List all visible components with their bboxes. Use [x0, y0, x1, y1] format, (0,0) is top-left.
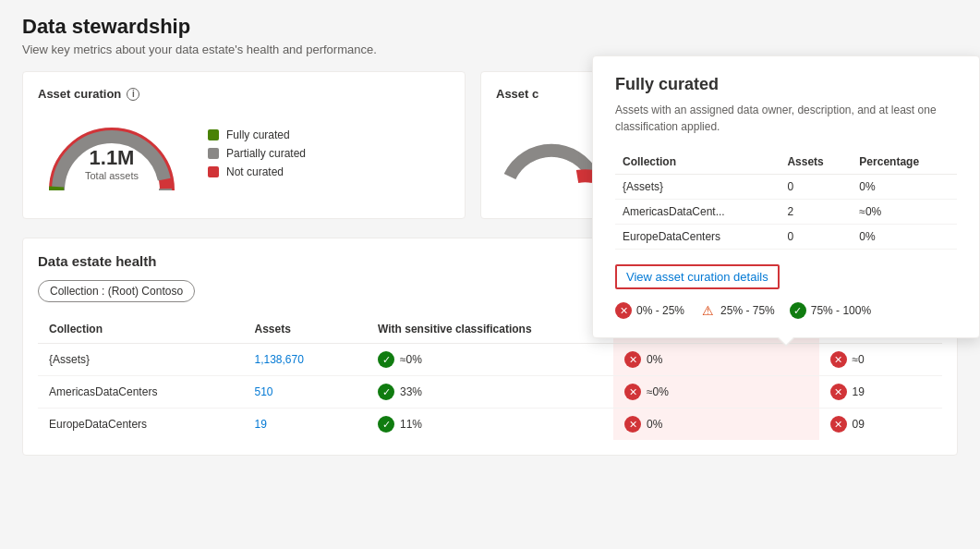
tooltip-row3-assets: 0 [780, 225, 852, 250]
row1-sens-icon: ✓ [378, 351, 394, 368]
tooltip-th-collection: Collection [615, 150, 780, 175]
row2-assets-link[interactable]: 510 [255, 385, 273, 398]
row3-curated-cell: ✕ 0% [624, 416, 808, 433]
gauge-value: 1.1M [85, 146, 139, 170]
row3-collection: EuropeDataCenters [38, 409, 244, 441]
row2-sens-icon: ✓ [378, 384, 394, 400]
tooltip-row1-pct: 0% [852, 175, 957, 200]
tooltip-th-assets: Assets [780, 150, 852, 175]
legend-dot-not [208, 166, 219, 177]
legend-dot-partially [208, 148, 219, 159]
health-table-body: {Assets} 1,138,670 ✓ ≈0% ✕ 0% [38, 344, 942, 441]
row1-owner: ✕ ≈0 [819, 344, 943, 376]
row1-assets: 1,138,670 [244, 344, 368, 376]
row3-owner-icon: ✕ [830, 416, 847, 433]
tooltip-th-percentage: Percentage [852, 150, 957, 175]
row3-assets: 19 [244, 409, 368, 441]
row3-curated-val: 0% [647, 418, 662, 431]
th-assets: Assets [244, 315, 368, 344]
legend-item-not: Not curated [208, 165, 306, 178]
row2-owner: ✕ 19 [819, 376, 943, 409]
tooltip-row2-assets: 2 [780, 200, 852, 225]
asset-curation-card: Asset curation i 1.1 [22, 71, 466, 219]
row1-sens-val: ≈0% [400, 353, 422, 366]
gauge-container: 1.1M Total assets Fully curated Partiall… [38, 112, 450, 195]
asset-curation-title: Asset curation [38, 87, 121, 101]
legend-label-partially: Partially curated [226, 147, 306, 160]
row2-collection: AmericasDataCenters [38, 376, 244, 409]
gauge-wrapper: 1.1M Total assets [38, 112, 186, 195]
row3-curated-icon: ✕ [624, 416, 641, 433]
warning-triangle-icon: ⚠ [699, 302, 716, 319]
tooltip-title: Fully curated [615, 75, 957, 94]
tooltip-header-row: Collection Assets Percentage [615, 150, 957, 175]
row2-sens-val: 33% [400, 385, 422, 398]
tooltip-row3-pct: 0% [852, 225, 957, 250]
table-row: EuropeDataCenters 19 ✓ 11% ✕ 0% [38, 409, 942, 441]
legend-dot-fully [208, 129, 219, 140]
legend-green-label: 75% - 100% [811, 304, 871, 317]
table-row: {Assets} 1,138,670 ✓ ≈0% ✕ 0% [38, 344, 942, 376]
legend-label-not: Not curated [226, 165, 284, 178]
legend-warning-label: 25% - 75% [720, 304, 775, 317]
page-subtitle: View key metrics about your data estate'… [22, 43, 958, 56]
row2-sensitive-cell: ✓ 33% [378, 384, 602, 400]
legend-red-label: 0% - 25% [636, 304, 684, 317]
legend-range-green: ✓ 75% - 100% [790, 302, 871, 319]
row1-curated-val: 0% [647, 353, 662, 366]
row3-sens-icon: ✓ [378, 416, 394, 433]
legend-red-icon: ✕ [615, 302, 632, 319]
row3-assets-link[interactable]: 19 [255, 418, 267, 431]
tooltip-row3-collection: EuropeDataCenters [615, 225, 780, 250]
legend-green-icon: ✓ [790, 302, 806, 319]
row3-curated: ✕ 0% [613, 409, 819, 441]
row2-sensitive: ✓ 33% [367, 376, 613, 409]
row2-assets: 510 [244, 376, 368, 409]
row1-owner-icon: ✕ [830, 351, 847, 368]
row3-owner: ✕ 09 [819, 409, 943, 441]
legend-item-partially: Partially curated [208, 147, 306, 160]
legend: Fully curated Partially curated Not cura… [208, 128, 306, 178]
row3-sens-val: 11% [400, 418, 422, 431]
tooltip-row1-collection: {Assets} [615, 175, 780, 200]
view-details-link[interactable]: View asset curation details [615, 264, 780, 289]
legend-label-fully: Fully curated [226, 128, 290, 141]
tooltip-row: {Assets} 0 0% [615, 175, 957, 200]
row1-curated-icon: ✕ [624, 351, 641, 368]
card-title: Asset curation i [38, 87, 450, 101]
row1-owner-val: ≈0 [853, 353, 865, 366]
tooltip-row: EuropeDataCenters 0 0% [615, 225, 957, 250]
legend-range-warning: ⚠ 25% - 75% [699, 302, 775, 319]
row2-owner-icon: ✕ [830, 384, 847, 400]
row2-curated-cell: ✕ ≈0% [624, 384, 808, 400]
row3-sensitive-cell: ✓ 11% [378, 416, 602, 433]
row2-curated: ✕ ≈0% [613, 376, 819, 409]
th-sensitive: With sensitive classifications [367, 315, 613, 344]
tooltip-table-body: {Assets} 0 0% AmericasDataCent... 2 ≈0% … [615, 175, 957, 250]
tooltip-popup: Fully curated Assets with an assigned da… [592, 55, 980, 338]
row1-sensitive-cell: ✓ ≈0% [378, 351, 602, 368]
row2-curated-val: ≈0% [647, 385, 669, 398]
row3-owner-val: 09 [853, 418, 865, 431]
row1-owner-cell: ✕ ≈0 [830, 351, 932, 368]
tooltip-row: AmericasDataCent... 2 ≈0% [615, 200, 957, 225]
row1-sensitive: ✓ ≈0% [367, 344, 613, 376]
legend-range-red: ✕ 0% - 25% [615, 302, 684, 319]
row3-sensitive: ✓ 11% [367, 409, 613, 441]
row1-assets-link[interactable]: 1,138,670 [255, 353, 304, 366]
tooltip-row2-collection: AmericasDataCent... [615, 200, 780, 225]
collection-filter-pill[interactable]: Collection : (Root) Contoso [38, 280, 195, 302]
page-title: Data stewardship [22, 15, 958, 39]
tooltip-row1-assets: 0 [780, 175, 852, 200]
filter-pill-label: Collection : (Root) Contoso [50, 285, 183, 298]
row1-collection: {Assets} [38, 344, 244, 376]
tooltip-legend-row: ✕ 0% - 25% ⚠ 25% - 75% ✓ 75% - 100% [615, 302, 957, 319]
partial-gauge-svg [496, 112, 607, 186]
row2-owner-cell: ✕ 19 [830, 384, 932, 400]
row2-owner-val: 19 [853, 385, 865, 398]
info-icon[interactable]: i [127, 88, 139, 101]
tooltip-row2-pct: ≈0% [852, 200, 957, 225]
row3-owner-cell: ✕ 09 [830, 416, 932, 433]
gauge-center: 1.1M Total assets [85, 146, 139, 181]
tooltip-desc: Assets with an assigned data owner, desc… [615, 102, 957, 135]
